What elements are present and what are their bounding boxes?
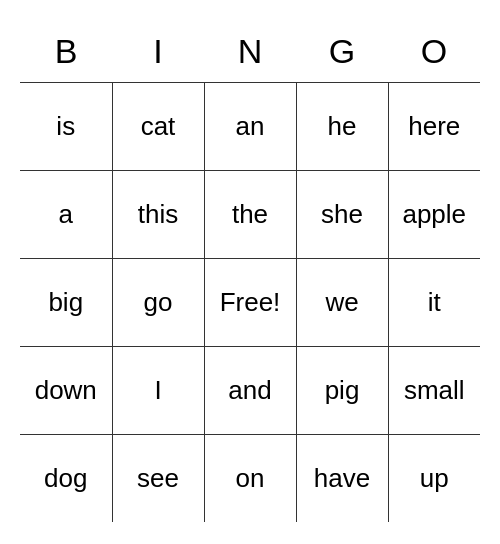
- cell-r2-c1: go: [112, 258, 204, 346]
- cell-r2-c0: big: [20, 258, 112, 346]
- col-g: G: [296, 22, 388, 82]
- cell-r2-c3: we: [296, 258, 388, 346]
- table-row: biggoFree!weit: [20, 258, 480, 346]
- cell-r4-c2: on: [204, 434, 296, 522]
- cell-r0-c1: cat: [112, 82, 204, 170]
- header-row: B I N G O: [20, 22, 480, 82]
- col-n: N: [204, 22, 296, 82]
- cell-r0-c2: an: [204, 82, 296, 170]
- cell-r1-c1: this: [112, 170, 204, 258]
- table-row: downIandpigsmall: [20, 346, 480, 434]
- table-row: athisthesheapple: [20, 170, 480, 258]
- cell-r4-c0: dog: [20, 434, 112, 522]
- cell-r4-c3: have: [296, 434, 388, 522]
- col-b: B: [20, 22, 112, 82]
- cell-r2-c4: it: [388, 258, 480, 346]
- cell-r0-c3: he: [296, 82, 388, 170]
- col-i: I: [112, 22, 204, 82]
- cell-r1-c0: a: [20, 170, 112, 258]
- cell-r3-c0: down: [20, 346, 112, 434]
- cell-r1-c4: apple: [388, 170, 480, 258]
- table-row: dogseeonhaveup: [20, 434, 480, 522]
- table-row: iscatanhehere: [20, 82, 480, 170]
- cell-r1-c3: she: [296, 170, 388, 258]
- cell-r2-c2: Free!: [204, 258, 296, 346]
- cell-r3-c1: I: [112, 346, 204, 434]
- cell-r3-c2: and: [204, 346, 296, 434]
- col-o: O: [388, 22, 480, 82]
- cell-r3-c3: pig: [296, 346, 388, 434]
- cell-r4-c1: see: [112, 434, 204, 522]
- cell-r3-c4: small: [388, 346, 480, 434]
- cell-r0-c0: is: [20, 82, 112, 170]
- bingo-card: B I N G O iscatanhehereathisthesheappleb…: [20, 22, 480, 522]
- cell-r1-c2: the: [204, 170, 296, 258]
- cell-r4-c4: up: [388, 434, 480, 522]
- cell-r0-c4: here: [388, 82, 480, 170]
